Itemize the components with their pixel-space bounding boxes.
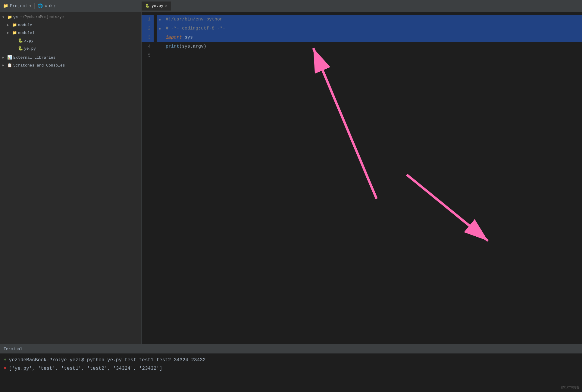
yepy-label: ye.py <box>24 46 36 51</box>
tab-close-icon[interactable]: × <box>165 4 167 8</box>
project-folder-icon: 📁 <box>3 3 8 8</box>
tree-item-module[interactable]: ▶ 📁 module <box>0 21 141 29</box>
arrow-module1: ▶ <box>7 31 11 35</box>
arrow-external-libs: ▶ <box>2 56 6 59</box>
python-icon-xpy: 🐍 <box>18 38 23 43</box>
tree-item-yepy[interactable]: 🐍 ye.py <box>0 45 141 52</box>
line3-sys: sys <box>182 33 193 42</box>
settings-icon[interactable]: ⚙ <box>49 3 52 8</box>
xpy-label: x.py <box>24 39 33 43</box>
arrow-ye-root: ▼ <box>2 16 6 19</box>
tree-item-module1[interactable]: ▶ 📁 module1 <box>0 29 141 37</box>
gutter-mark-5 <box>157 51 163 60</box>
terminal-line-2: × ['ye.py', 'test', 'test1', 'test2', '3… <box>4 364 578 373</box>
python-icon-yepy: 🐍 <box>18 46 23 51</box>
ye-root-path: ~/PycharmProjects/ye <box>20 15 64 19</box>
tree-item-external-libs[interactable]: ▶ 📊 External Libraries <box>0 54 141 61</box>
sidebar: ▼ 📁 ye ~/PycharmProjects/ye ▶ 📁 module ▶… <box>0 12 142 344</box>
line2-text: # -*- coding:utf-8 -*- <box>166 24 225 33</box>
code-line-2: # -*- coding:utf-8 -*- <box>163 24 582 33</box>
line4-close-paren: ) <box>204 42 206 51</box>
main-content: ▼ 📁 ye ~/PycharmProjects/ye ▶ 📁 module ▶… <box>0 12 582 344</box>
terminal-cmd: yezideMacBook-Pro:ye yezi$ python ye.py … <box>9 356 206 364</box>
folder-icon-module1: 📁 <box>12 30 17 35</box>
editor-area: 1 2 3 4 5 ⊡ ⊡ #!/usr/bin/env python <box>142 12 582 344</box>
tree-item-scratches[interactable]: ▶ 📋 Scratches and Consoles <box>0 61 141 69</box>
code-line-4: print(sys.argv) <box>163 42 582 51</box>
line5-empty <box>166 51 168 60</box>
folder-icon-module: 📁 <box>12 23 17 27</box>
gutter-mark-4 <box>157 42 163 51</box>
module1-label: module1 <box>18 31 35 35</box>
line4-argv: argv <box>193 42 204 51</box>
terminal-output: ['ye.py', 'test', 'test1', 'test2', '343… <box>9 364 162 373</box>
line-num-2: 2 <box>142 24 154 33</box>
line-num-1: 1 <box>142 15 154 24</box>
toolbar-dropdown-arrow[interactable]: ▼ <box>30 4 32 8</box>
tree-item-xpy[interactable]: 🐍 x.py <box>0 37 141 45</box>
gear-icon[interactable]: ⚙ <box>45 3 47 8</box>
term-x-icon: × <box>4 364 7 373</box>
code-line-5 <box>163 51 582 60</box>
globe-icon[interactable]: 🌐 <box>38 3 43 8</box>
watermark: @51CTO博客 <box>561 385 580 390</box>
line4-open-paren: ( <box>179 42 182 51</box>
arrow-module: ▶ <box>7 23 11 27</box>
terminal-body[interactable]: + yezideMacBook-Pro:ye yezi$ python ye.p… <box>0 353 582 392</box>
scratches-label: Scratches and Consoles <box>13 63 65 68</box>
toolbar-project-label[interactable]: Project <box>10 4 28 8</box>
line4-dot: . <box>190 42 193 51</box>
toolbar-left: 📁 Project ▼ 🌐 ⚙ ⚙ ↕ <box>0 3 142 9</box>
code-content[interactable]: #!/usr/bin/env python # -*- coding:utf-8… <box>163 12 582 344</box>
terminal-line-1: + yezideMacBook-Pro:ye yezi$ python ye.p… <box>4 356 578 364</box>
gutter-mark-2: ⊡ <box>157 24 163 33</box>
gutter-mark-1: ⊡ <box>157 15 163 24</box>
line1-text: #!/usr/bin/env python <box>166 15 223 24</box>
term-plus-icon: + <box>4 356 7 364</box>
terminal-title: Terminal <box>4 347 22 351</box>
code-line-3: import sys <box>163 33 582 42</box>
scratches-icon: 📋 <box>7 63 12 68</box>
ye-py-tab[interactable]: 🐍 ye.py × <box>142 2 171 11</box>
module-label: module <box>18 23 32 27</box>
tab-label: ye.py <box>152 4 163 8</box>
line4-print: print <box>166 42 179 51</box>
python-file-icon: 🐍 <box>145 4 150 8</box>
layout-icon[interactable]: ↕ <box>53 4 56 8</box>
code-editor[interactable]: 1 2 3 4 5 ⊡ ⊡ #!/usr/bin/env python <box>142 12 582 344</box>
tree-item-ye-root[interactable]: ▼ 📁 ye ~/PycharmProjects/ye <box>0 13 141 21</box>
folder-icon-ye: 📁 <box>7 15 12 20</box>
external-libs-label: External Libraries <box>13 55 55 60</box>
toolbar: 📁 Project ▼ 🌐 ⚙ ⚙ ↕ 🐍 ye.py × <box>0 0 582 12</box>
line-numbers: 1 2 3 4 5 <box>142 12 157 344</box>
arrow-scratches: ▶ <box>2 64 6 67</box>
gutter-mark-3 <box>157 33 163 42</box>
gutter: ⊡ ⊡ <box>157 12 163 344</box>
terminal-header: Terminal <box>0 344 582 353</box>
line-num-3: 3 <box>142 33 154 42</box>
line4-sys: sys <box>182 42 190 51</box>
tab-area: 🐍 ye.py × <box>142 2 582 11</box>
line-num-4: 4 <box>142 42 154 51</box>
code-line-1: #!/usr/bin/env python <box>163 15 582 24</box>
external-libs-icon: 📊 <box>7 55 12 60</box>
ye-root-label: ye <box>13 15 18 20</box>
terminal-panel: Terminal + yezideMacBook-Pro:ye yezi$ py… <box>0 344 582 392</box>
line3-import: import <box>166 33 182 42</box>
toolbar-divider <box>34 3 35 9</box>
line-num-5: 5 <box>142 51 154 60</box>
